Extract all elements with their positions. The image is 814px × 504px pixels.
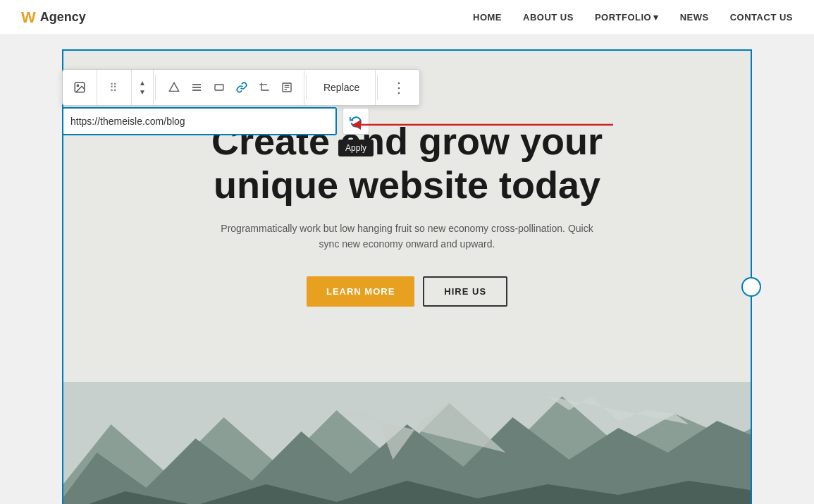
drag-handle-icon[interactable]: ⠿ [103, 76, 125, 99]
logo: W Agency [21, 8, 86, 27]
replace-button[interactable]: Replace [314, 78, 369, 97]
chevron-down-icon: ▾ [653, 12, 659, 23]
url-input-wrapper [62, 107, 337, 135]
toolbar-divider3 [377, 75, 378, 100]
toolbar-image-section [63, 70, 97, 105]
svg-point-1 [77, 85, 78, 86]
rect-icon[interactable] [208, 76, 230, 99]
nav-contact-us[interactable]: CONTACT US [730, 12, 793, 23]
link-icon[interactable] [230, 76, 253, 99]
red-arrow-annotation [345, 111, 641, 142]
mountain-area [63, 382, 751, 504]
crop-icon[interactable] [253, 76, 276, 99]
url-input-row: Apply [62, 107, 369, 135]
nav-links: HOME ABOUT US PORTFOLIO ▾ NEWS CONTACT U… [473, 12, 793, 23]
toolbar-divider [155, 75, 156, 100]
nav-portfolio[interactable]: PORTFOLIO ▾ [595, 12, 659, 23]
learn-more-button[interactable]: LEARN MORE [307, 276, 414, 307]
toolbar-drag-section: ⠿ [97, 70, 132, 105]
move-arrows[interactable]: ▲ ▼ [137, 79, 147, 97]
editor-canvas: ⠿ ▲ ▼ [0, 49, 814, 504]
triangle-icon[interactable] [163, 76, 185, 99]
align-icon[interactable] [185, 76, 208, 99]
image-icon[interactable] [68, 76, 91, 99]
svg-marker-12 [352, 120, 361, 130]
hero-text-area: Create and grow your unique website toda… [210, 119, 605, 328]
nav-home[interactable]: HOME [473, 12, 502, 23]
block-toolbar: ⠿ ▲ ▼ [62, 69, 420, 106]
logo-icon: W [21, 8, 36, 27]
toolbar-arrows-section: ▲ ▼ [132, 70, 154, 105]
hero-buttons: LEARN MORE HIRE US [210, 276, 605, 307]
arrow-up-icon[interactable]: ▲ [137, 79, 147, 87]
nav-about[interactable]: ABOUT US [523, 12, 574, 23]
hire-us-button[interactable]: HIRE US [423, 276, 507, 307]
top-navigation: W Agency HOME ABOUT US PORTFOLIO ▾ NEWS … [0, 0, 814, 35]
toolbar-divider2 [306, 75, 307, 100]
hero-subtitle: Programmatically work but low hanging fr… [210, 221, 605, 252]
svg-marker-2 [169, 82, 178, 91]
text-icon[interactable] [276, 76, 298, 99]
toolbar-replace-section: Replace [308, 70, 376, 105]
more-options-button[interactable]: ⋮ [385, 79, 414, 96]
arrow-down-icon[interactable]: ▼ [137, 88, 147, 97]
resize-handle[interactable] [741, 277, 761, 297]
logo-text: Agency [40, 10, 86, 25]
toolbar-more-section: ⋮ [379, 70, 419, 105]
nav-news[interactable]: NEWS [680, 12, 709, 23]
svg-rect-6 [215, 85, 223, 90]
toolbar-format-section [157, 70, 304, 105]
url-input[interactable] [70, 116, 328, 127]
